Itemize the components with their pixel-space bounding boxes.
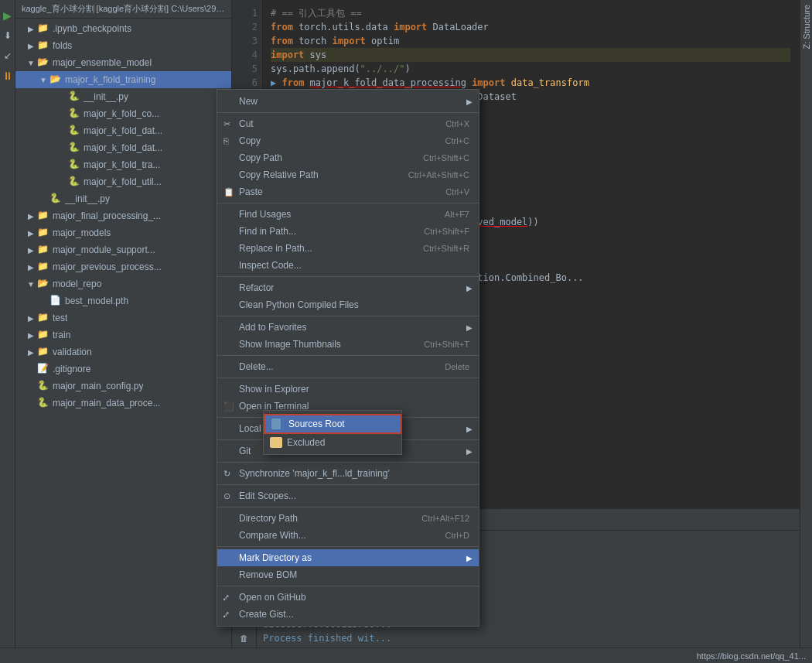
edit-scopes-icon: ⊙ <box>223 491 230 501</box>
menu-item-refactor[interactable]: Refactor ▶ <box>217 279 479 296</box>
menu-item-replace-in-path[interactable]: Replace in Path... Ctrl+Shift+R <box>217 240 479 257</box>
expand-arrow: ▶ <box>25 314 37 323</box>
tree-item-init-py-1[interactable]: 🐍 __init__.py <box>15 88 231 105</box>
tree-item-major-k-fold-tra[interactable]: 🐍 major_k_fold_tra... <box>15 156 231 173</box>
expand-arrow: ▶ <box>25 212 37 220</box>
menu-arrow-new: ▶ <box>466 97 473 106</box>
tree-item-major-main-data-proce[interactable]: 🐍 major_main_data_proce... <box>15 395 231 412</box>
menu-item-inspect-code[interactable]: Inspect Code... <box>217 257 479 274</box>
menu-item-synchronize[interactable]: ↻ Synchronize 'major_k_fl...ld_training' <box>217 465 479 482</box>
submenu-item-sources-root[interactable]: Sources Root <box>264 414 401 434</box>
menu-item-remove-bom[interactable]: Remove BOM <box>217 566 479 583</box>
python-file-icon: 🐍 <box>68 125 80 137</box>
submenu-label-excluded: Excluded <box>287 437 325 448</box>
sidebar-header: kaggle_育小球分割 [kaggle育小球分割] C:\Users\2993… <box>15 0 231 19</box>
tree-item-label: major_models <box>53 227 111 238</box>
tree-item-major-main-config[interactable]: 🐍 major_main_config.py <box>15 378 231 395</box>
tree-item-label: major_final_processing_... <box>53 210 161 221</box>
tree-item-major-k-fold-dat-2[interactable]: 🐍 major_k_fold_dat... <box>15 139 231 156</box>
menu-item-copy-path[interactable]: Copy Path Ctrl+Shift+C <box>217 149 479 166</box>
python-file-icon: 🐍 <box>68 108 80 120</box>
tree-item-major-k-fold-util[interactable]: 🐍 major_k_fold_util... <box>15 173 231 190</box>
github-icon: ⑇ <box>223 593 229 602</box>
expand-arrow: ▶ <box>25 25 37 33</box>
folder-icon: 📁 <box>37 210 49 222</box>
tree-item-major-k-fold-dat-1[interactable]: 🐍 major_k_fold_dat... <box>15 122 231 139</box>
menu-item-delete[interactable]: Delete... Delete <box>217 358 479 375</box>
menu-item-new[interactable]: New ▶ <box>217 93 479 110</box>
menu-item-compare-with[interactable]: Compare With... Ctrl+D <box>217 527 479 544</box>
project-sidebar: kaggle_育小球分割 [kaggle育小球分割] C:\Users\2993… <box>15 0 232 648</box>
submenu-item-excluded[interactable]: Excluded <box>264 434 401 451</box>
tree-item-major-module-support[interactable]: ▶ 📁 major_module_support... <box>15 241 231 258</box>
tree-item-label: validation <box>53 347 92 357</box>
tree-item-label: best_model.pth <box>65 296 128 306</box>
pause-button[interactable]: ⏸ <box>0 67 17 85</box>
menu-item-edit-scopes[interactable]: ⊙ Edit Scopes... <box>217 487 479 504</box>
expand-arrow: ▶ <box>25 246 37 255</box>
folder-icon: 📁 <box>37 22 49 35</box>
tree-item-label: major_main_data_proce... <box>53 398 160 408</box>
folder-icon: 📁 <box>37 312 49 324</box>
shortcut-copy: Ctrl+C <box>445 136 469 145</box>
menu-item-add-favorites[interactable]: Add to Favorites ▶ <box>217 319 479 336</box>
menu-item-mark-directory[interactable]: Mark Directory as ▶ <box>217 549 479 566</box>
menu-item-find-usages[interactable]: Find Usages Alt+F7 <box>217 206 479 223</box>
tree-item-folds[interactable]: ▶ 📁 folds <box>15 37 231 54</box>
menu-item-find-in-path[interactable]: Find in Path... Ctrl+Shift+F <box>217 223 479 240</box>
menu-label-image-thumbnails: Show Image Thumbnails <box>239 339 405 350</box>
menu-item-cut[interactable]: ✂ Cut Ctrl+X <box>217 115 479 132</box>
shortcut-paste: Ctrl+V <box>445 187 469 197</box>
structure-tab[interactable]: Z: Structure <box>800 0 813 53</box>
tree-item-train[interactable]: ▶ 📁 train <box>15 326 231 343</box>
folder-icon: 📁 <box>37 261 49 273</box>
menu-separator-4 <box>217 316 479 316</box>
menu-label-show-explorer: Show in Explorer <box>239 384 469 395</box>
menu-arrow-git: ▶ <box>466 447 473 456</box>
tree-item-test[interactable]: ▶ 📁 test <box>15 309 231 326</box>
menu-item-open-github[interactable]: ⑇ Open on GitHub <box>217 589 479 606</box>
menu-item-copy[interactable]: ⎘ Copy Ctrl+C <box>217 132 479 149</box>
tree-item-major-ensemble-model[interactable]: ▼ 📂 major_ensemble_model <box>15 54 231 71</box>
expand-arrow: ▶ <box>25 348 37 357</box>
excluded-icon <box>270 437 282 448</box>
tree-item-model-repo[interactable]: ▼ 📂 model_repo <box>15 275 231 292</box>
menu-label-synchronize: Synchronize 'major_k_fl...ld_training' <box>239 468 469 479</box>
tree-item-major-final-processing[interactable]: ▶ 📁 major_final_processing_... <box>15 207 231 224</box>
menu-item-copy-relative-path[interactable]: Copy Relative Path Ctrl+Alt+Shift+C <box>217 166 479 183</box>
folder-icon: 📂 <box>37 56 49 69</box>
shortcut-image-thumbnails: Ctrl+Shift+T <box>424 340 469 349</box>
python-file-icon: 🐍 <box>68 159 80 171</box>
menu-item-show-explorer[interactable]: Show in Explorer <box>217 381 479 398</box>
tree-item-major-previous-process[interactable]: ▶ 📁 major_previous_process... <box>15 258 231 275</box>
folder-icon: 📂 <box>49 73 62 86</box>
step-into-button[interactable]: ↙ <box>0 46 17 65</box>
menu-item-directory-path[interactable]: Directory Path Ctrl+Alt+F12 <box>217 510 479 527</box>
run-output-line-8: Process finished wit... <box>263 631 793 645</box>
tree-item-label: major_k_flold_training <box>65 74 155 85</box>
menu-label-directory-path: Directory Path <box>239 513 403 524</box>
shortcut-replace-in-path: Ctrl+Shift+R <box>423 244 469 253</box>
tree-item-gitignore[interactable]: 📝 .gitignore <box>15 361 231 378</box>
tree-item-major-k-fold-co[interactable]: 🐍 major_k_fold_co... <box>15 105 231 122</box>
clear-button[interactable]: 🗑 <box>235 631 254 644</box>
menu-item-paste[interactable]: 📋 Paste Ctrl+V <box>217 183 479 200</box>
tree-item-validation[interactable]: ▶ 📁 validation <box>15 343 231 361</box>
tree-item-label: .gitignore <box>53 364 90 374</box>
tree-item-best-model-pth[interactable]: 📄 best_model.pth <box>15 292 231 309</box>
play-button[interactable]: ▶ <box>0 6 17 25</box>
tree-item-label: test <box>53 313 67 323</box>
python-file-icon: 🐍 <box>49 193 62 205</box>
tree-item-major-k-flold-training[interactable]: ▼ 📂 major_k_flold_training <box>15 71 231 88</box>
menu-item-image-thumbnails[interactable]: Show Image Thumbnails Ctrl+Shift+T <box>217 336 479 353</box>
sources-root-icon <box>271 419 284 429</box>
menu-item-create-gist[interactable]: ⑇ Create Gist... <box>217 606 479 623</box>
menu-label-paste: Paste <box>239 186 427 197</box>
menu-item-clean-python[interactable]: Clean Python Compiled Files <box>217 296 479 313</box>
step-over-button[interactable]: ⬇ <box>0 26 17 45</box>
shortcut-find-usages: Alt+F7 <box>445 210 469 219</box>
tree-item-init-py-2[interactable]: 🐍 __init__.py <box>15 190 231 207</box>
menu-separator-1 <box>217 112 479 113</box>
tree-item-major-models[interactable]: ▶ 📁 major_models <box>15 224 231 241</box>
tree-item-ipynb-checkpoints[interactable]: ▶ 📁 .ipynb_checkpoints <box>15 20 231 37</box>
